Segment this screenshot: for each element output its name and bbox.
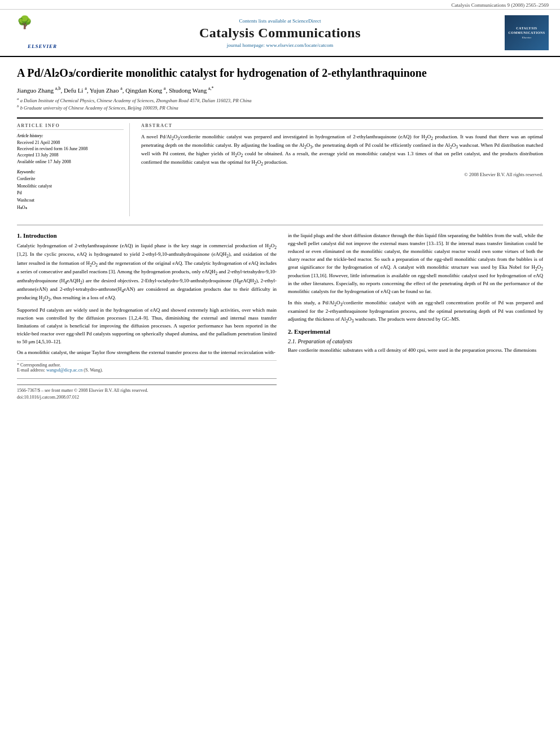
affiliation-a: a a Dalian Institute of Chemical Physics… <box>17 97 543 104</box>
keyword-2: Monolithic catalyst <box>17 183 124 190</box>
body-left-column: 1. Introduction Catalytic hydrogenation … <box>17 232 277 400</box>
corresponding-author-note: * Corresponding author. <box>17 362 277 368</box>
copyright: © 2008 Elsevier B.V. All rights reserved… <box>141 172 543 177</box>
catalysis-logo: CATALYSISCOMMUNICATIONS Elsevier <box>505 15 549 50</box>
article-body-columns: ARTICLE INFO Article history: Received 2… <box>17 117 543 216</box>
tree-icon: 🌳 <box>17 16 68 29</box>
footer-doi: doi:10.1016/j.catcom.2008.07.012 <box>17 394 277 400</box>
article-title: A Pd/Al₂O₃/cordierite monolithic catalys… <box>17 65 543 80</box>
elsevier-logo-area: 🌳 ELSEVIER <box>11 16 73 49</box>
experimental-section-title: 2. Experimental <box>288 328 543 335</box>
author-names: Jianguo Zhang a,b, Defu Li a, Yujun Zhao… <box>17 87 214 94</box>
article-info-heading: ARTICLE INFO <box>17 123 124 130</box>
article-content: A Pd/Al₂O₃/cordierite monolithic catalys… <box>0 57 560 412</box>
main-article-body: 1. Introduction Catalytic hydrogenation … <box>17 225 543 400</box>
cat-logo-title: CATALYSISCOMMUNICATIONS <box>508 27 545 36</box>
experimental-para-1: Bare cordierite monolithic substrates wi… <box>288 347 543 355</box>
intro-right-para-1: in the liquid plugs and the short diffus… <box>288 232 543 296</box>
authors-line: Jianguo Zhang a,b, Defu Li a, Yujun Zhao… <box>17 86 543 94</box>
journal-citation: Catalysis Communications 9 (2008) 2565–2… <box>452 2 549 8</box>
keyword-4: Washcoat <box>17 197 124 204</box>
footer-divider <box>17 378 277 379</box>
online-date: Available online 17 July 2008 <box>17 159 124 165</box>
email-line: E-mail address: wangsd@dicp.ac.cn (S. Wa… <box>17 368 277 373</box>
article-info-column: ARTICLE INFO Article history: Received 2… <box>17 123 130 216</box>
article-history: Article history: Received 21 April 2008 … <box>17 133 124 165</box>
abstract-heading: ABSTRACT <box>141 123 543 130</box>
intro-right-para-2: In this study, a Pd/Al2O3/cordierite mon… <box>288 299 543 325</box>
journal-homepage: journal homepage: www.elsevier.com/locat… <box>73 42 487 48</box>
sciencedirect-link[interactable]: ScienceDirect <box>292 18 321 24</box>
elsevier-tree-logo: 🌳 <box>17 16 68 42</box>
received-date: Received 21 April 2008 <box>17 139 124 146</box>
cat-logo-subtitle: Elsevier <box>522 36 531 39</box>
affiliation-b: b b Graduate university of Chinese Acade… <box>17 104 543 112</box>
accepted-date: Accepted 13 July 2008 <box>17 152 124 158</box>
sciencedirect-notice: Contents lists available at ScienceDirec… <box>73 18 487 24</box>
keyword-3: Pd <box>17 190 124 197</box>
elsevier-name: ELSEVIER <box>28 43 57 49</box>
abstract-text: A novel Pd/Al2O3/cordierite monolithic c… <box>141 133 543 167</box>
intro-para-2: Supported Pd catalysts are widely used i… <box>17 307 277 346</box>
keywords-label: Keywords: <box>17 169 124 174</box>
abstract-column: ABSTRACT A novel Pd/Al2O3/cordierite mon… <box>141 123 543 216</box>
intro-para-3: On a monolithic catalyst, the unique Tay… <box>17 349 277 357</box>
experimental-subsection-title: 2.1. Preparation of catalysts <box>288 338 543 344</box>
footer-issn: 1566-7367/$ – see front matter © 2008 El… <box>17 387 277 394</box>
keyword-list: Cordierite Monolithic catalyst Pd Washco… <box>17 176 124 212</box>
email-address[interactable]: wangsd@dicp.ac.cn <box>46 368 82 373</box>
keywords-group: Keywords: Cordierite Monolithic catalyst… <box>17 169 124 212</box>
revised-date: Received in revised form 16 June 2008 <box>17 146 124 152</box>
intro-para-1: Catalytic hydrogenation of 2-ethylanthra… <box>17 242 277 303</box>
journal-logo-area: CATALYSISCOMMUNICATIONS Elsevier <box>487 15 549 50</box>
journal-header: 🌳 ELSEVIER Contents lists available at S… <box>0 10 560 57</box>
intro-section-title: 1. Introduction <box>17 232 277 239</box>
keyword-1: Cordierite <box>17 176 124 183</box>
history-label: Article history: <box>17 133 124 138</box>
page-footer: 1566-7367/$ – see front matter © 2008 El… <box>17 385 277 400</box>
journal-name: Catalysis Communications <box>73 25 487 41</box>
article-footnote: * Corresponding author. E-mail address: … <box>17 360 277 373</box>
body-right-column: in the liquid plugs and the short diffus… <box>288 232 543 400</box>
keyword-5: H₂O₂ <box>17 204 124 212</box>
journal-title-area: Contents lists available at ScienceDirec… <box>73 18 487 48</box>
citation-bar: Catalysis Communications 9 (2008) 2565–2… <box>0 0 560 10</box>
affiliations: a a Dalian Institute of Chemical Physics… <box>17 97 543 112</box>
